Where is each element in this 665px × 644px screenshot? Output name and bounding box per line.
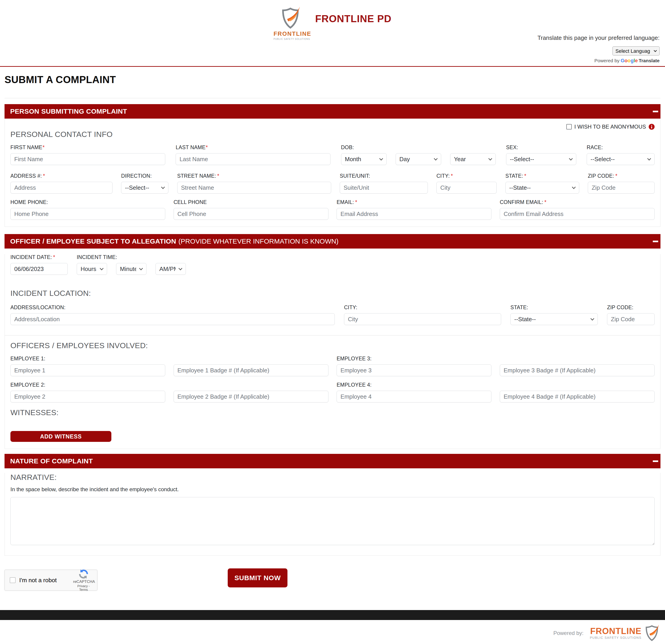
employee-3-label: EMPLOYEE 3: [337,356,491,362]
location-address-input[interactable] [11,313,335,325]
incident-ampm-select[interactable]: AM/PM [155,263,186,275]
location-state-select[interactable]: --State-- [510,313,598,325]
first-name-input[interactable] [11,153,165,165]
witnesses-heading: WITNESSES: [11,408,654,417]
recaptcha-privacy-terms[interactable]: Privacy - Terms [73,584,94,591]
city-label: CITY:* [436,173,497,179]
address-number-input[interactable] [11,182,113,193]
cell-phone-label: CELL PHONE [174,199,328,205]
race-label: RACE: [587,145,654,151]
sex-select[interactable]: --Select-- [506,153,576,165]
employees-involved-heading: OFFICERS / EMPLOYEES INVOLVED: [11,341,654,350]
direction-label: DIRECTION: [121,173,168,179]
location-zip-input[interactable] [607,313,654,325]
frontline-shield-icon [277,6,304,30]
footer-powered-by: Powered by: [553,630,584,636]
submit-button[interactable]: SUBMIT NOW [228,568,287,587]
anonymous-label: I WISH TO BE ANONYMOUS [574,124,646,130]
first-name-label: FIRST NAME* [11,145,165,151]
last-name-label: LAST NAME* [176,145,330,151]
section-header-officer: OFFICER / EMPLOYEE SUBJECT TO ALLEGATION… [4,234,661,249]
narrative-heading: NARRATIVE: [11,473,654,482]
employee-4-name-input[interactable] [337,391,491,402]
section-nature-of-complaint: NATURE OF COMPLAINT NARRATIVE: In the sp… [4,454,661,556]
translate-label: Translate this page in your preferred la… [537,34,660,41]
state-select[interactable]: --State-- [506,182,579,193]
info-icon[interactable] [649,124,654,130]
last-name-input[interactable] [176,153,330,165]
page-title: SUBMIT A COMPLAINT [4,67,661,86]
site-title: FRONTLINE PD [315,13,391,24]
incident-location-heading: INCIDENT LOCATION: [11,289,654,298]
site-header: FRONTLINE PUBLIC SAFETY SOLUTIONS FRONTL… [0,0,665,66]
employee-2-label: EMPLOYEE 2: [11,382,165,388]
collapse-section-icon[interactable] [653,460,658,462]
employee-3-badge-input[interactable] [500,364,654,376]
employee-1-name-input[interactable] [11,364,165,376]
incident-hours-select[interactable]: Hours [77,263,107,275]
home-phone-input[interactable] [11,208,165,220]
section-header-nature: NATURE OF COMPLAINT [4,454,661,468]
employee-3-name-input[interactable] [337,364,491,376]
incident-date-input[interactable] [11,263,68,275]
frontline-logo: FRONTLINE PUBLIC SAFETY SOLUTIONS [273,6,307,40]
incident-date-label: INCIDENT DATE:* [11,254,68,260]
anonymous-checkbox[interactable] [566,124,572,130]
employee-4-badge-input[interactable] [500,391,654,402]
cell-phone-input[interactable] [174,208,328,220]
location-address-label: ADDRESS/LOCATION: [11,304,335,310]
location-city-input[interactable] [344,313,501,325]
section-officer-allegation: OFFICER / EMPLOYEE SUBJECT TO ALLEGATION… [4,234,661,449]
footer-frontline-logo: FRONTLINE PUBLIC SAFETY SOLUTIONS [590,624,660,642]
dob-year-select[interactable]: Year [450,153,496,165]
employee-1-label: EMPLOYEE 1: [11,356,165,362]
location-city-label: CITY: [344,304,501,310]
incident-minutes-select[interactable]: Minutes [116,263,147,275]
translate-widget: Translate this page in your preferred la… [537,34,660,63]
employee-2-badge-input[interactable] [174,391,328,402]
recaptcha-checkbox[interactable] [10,577,16,583]
employee-4-label: EMPLOYEE 4: [337,382,491,388]
employee-1-badge-input[interactable] [174,364,328,376]
email-label: EMAIL:* [337,199,491,205]
language-select[interactable]: Select Language [612,46,660,55]
sex-label: SEX: [506,145,576,151]
state-label: STATE:* [506,173,579,179]
footer-black-bar [0,610,665,620]
logo-tagline: PUBLIC SAFETY SOLUTIONS [273,38,307,40]
location-zip-label: ZIP CODE: [607,304,654,310]
email-input[interactable] [337,208,491,220]
recaptcha-label: I'm not a robot [19,577,73,584]
dob-day-select[interactable]: Day [396,153,441,165]
direction-select[interactable]: --Select-- [121,182,168,193]
dob-month-select[interactable]: Month [341,153,386,165]
confirm-email-label: CONFIRM EMAIL:* [500,199,654,205]
street-name-input[interactable] [177,182,331,193]
zip-code-input[interactable] [588,182,654,193]
narrative-textarea[interactable] [11,497,654,545]
google-translate-attribution: Powered byGoogleTranslate [537,58,660,63]
recaptcha-widget: I'm not a robot reCAPTCHA Privacy - Term… [4,570,97,591]
employee-2-name-input[interactable] [11,391,165,402]
logo-name: FRONTLINE [273,30,307,37]
confirm-email-input[interactable] [500,208,654,220]
recaptcha-brand: reCAPTCHA [73,580,94,584]
incident-time-label: INCIDENT TIME: [77,254,186,260]
section-header-person: PERSON SUBMITTING COMPLAINT [4,104,661,119]
collapse-section-icon[interactable] [653,241,658,242]
dob-label: DOB: [341,145,496,151]
location-state-label: STATE: [510,304,598,310]
race-select[interactable]: --Select-- [587,153,654,165]
home-phone-label: HOME PHONE: [11,199,165,205]
street-name-label: STREET NAME:* [177,173,331,179]
add-witness-button[interactable]: ADD WITNESS [11,431,111,442]
zip-code-label: ZIP CODE:* [588,173,654,179]
suite-unit-input[interactable] [340,182,428,193]
collapse-section-icon[interactable] [653,111,658,112]
site-footer: Powered by: FRONTLINE PUBLIC SAFETY SOLU… [0,610,665,642]
suite-unit-label: SUITE/UNIT: [340,173,428,179]
city-input[interactable] [436,182,497,193]
section-person-submitting: PERSON SUBMITTING COMPLAINT I WISH TO BE… [4,104,661,227]
google-logo: Google [621,58,638,63]
address-number-label: ADDRESS #:* [11,173,113,179]
